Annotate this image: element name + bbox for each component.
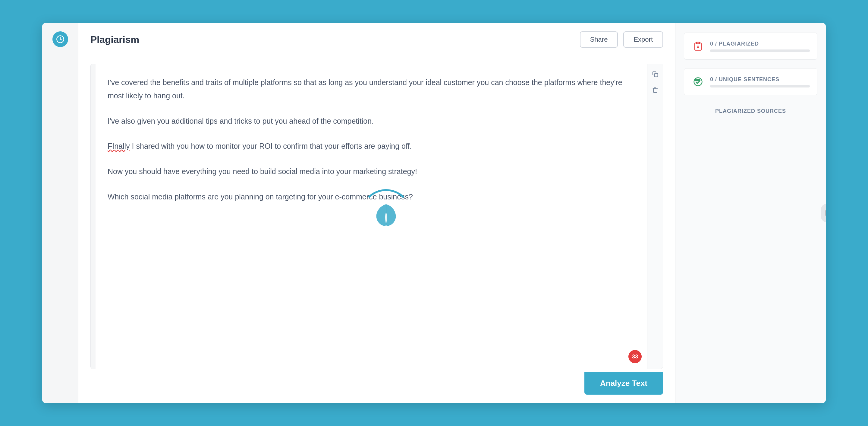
share-button[interactable]: Share [580, 31, 618, 48]
plagiarized-stat-content: 0 / PLAGIARIZED [710, 41, 810, 52]
editor-section: I've covered the benefits and traits of … [79, 55, 675, 403]
unique-sentences-card: ABC 0 / UNIQUE SENTENCES [684, 68, 817, 95]
misspelled-word: FInally [107, 142, 130, 150]
app-window: Plagiarism Share Export I've covered the… [42, 23, 826, 403]
svg-rect-2 [696, 42, 700, 44]
header-actions: Share Export [580, 31, 663, 48]
main-content: Plagiarism Share Export I've covered the… [79, 23, 675, 403]
copy-icon-button[interactable] [650, 69, 661, 80]
paragraph-1: I've covered the benefits and traits of … [107, 76, 635, 103]
paragraph-5: Which social media platforms are you pla… [107, 190, 635, 204]
editor-toolbar [647, 64, 663, 369]
analyze-text-button[interactable]: Analyze Text [584, 372, 663, 395]
grammar-icon: ABC [691, 75, 705, 88]
paragraph-3-rest: I shared with you how to monitor your RO… [132, 142, 412, 150]
plagiarism-icon [691, 39, 705, 53]
editor-container: I've covered the benefits and traits of … [90, 64, 663, 369]
plagiarized-bar [710, 50, 810, 52]
export-button[interactable]: Export [623, 31, 663, 48]
editor-text[interactable]: I've covered the benefits and traits of … [96, 64, 647, 369]
sidebar-main-icon[interactable] [53, 31, 68, 47]
plagiarized-label: 0 / PLAGIARIZED [710, 41, 810, 47]
header: Plagiarism Share Export [79, 23, 675, 55]
unique-sentences-stat-content: 0 / UNIQUE SENTENCES [710, 76, 810, 87]
paragraph-4: Now you should have everything you need … [107, 165, 635, 178]
word-count-badge: 33 [628, 350, 642, 363]
plagiarized-card: 0 / PLAGIARIZED [684, 33, 817, 60]
editor-bottom: Analyze Text [90, 371, 663, 395]
paragraph-2: I've also given you additional tips and … [107, 115, 635, 128]
paragraph-3: FInally I shared with you how to monitor… [107, 140, 635, 153]
panel-scroll-handle[interactable] [821, 204, 826, 222]
delete-icon-button[interactable] [650, 84, 661, 95]
svg-rect-1 [654, 74, 658, 77]
page-title: Plagiarism [90, 34, 139, 45]
unique-sentences-label: 0 / UNIQUE SENTENCES [710, 76, 810, 83]
left-sidebar [42, 23, 79, 403]
plagiarized-sources-label: PLAGIARIZED SOURCES [684, 104, 817, 119]
editor-scrollbar[interactable] [91, 64, 96, 369]
unique-sentences-bar [710, 85, 810, 87]
svg-text:ABC: ABC [695, 79, 700, 82]
right-panel: 0 / PLAGIARIZED ABC 0 / UNIQUE SENTENCES… [675, 23, 826, 403]
